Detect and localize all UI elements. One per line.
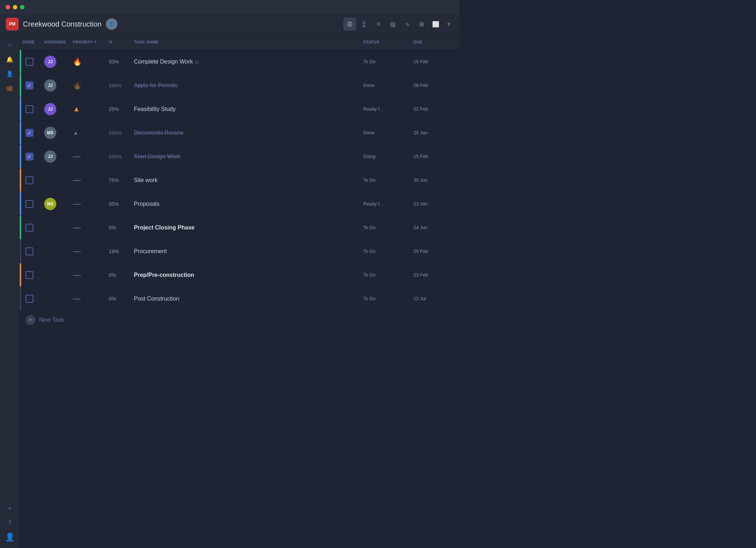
analytics-view-icon[interactable]: ∿ (401, 18, 414, 31)
task-name[interactable]: Procurement (134, 248, 363, 255)
sidebar-add-button[interactable]: + (3, 502, 16, 515)
table-row[interactable]: —19%ProcurementTo Do20 Feb (20, 240, 459, 263)
sidebar-help-button[interactable]: ? (3, 516, 16, 529)
assignee-avatar: JJ (44, 56, 56, 68)
table-row[interactable]: ✓JJ🔥100%Apply for PermitsDone06 Feb (20, 74, 459, 97)
status-cell: To Do (363, 177, 414, 183)
filter-view-icon[interactable]: ≡ (372, 18, 385, 31)
close-button[interactable] (6, 5, 10, 9)
percent-cell: 50% (109, 201, 134, 207)
checkbox-checkmark: ✓ (27, 83, 32, 88)
table-row[interactable]: JJ🔥50%Complete Design Work◇To Do16 Feb (20, 50, 459, 74)
table-row[interactable]: —0%Project Closing PhaseTo Do24 Jun (20, 216, 459, 240)
new-task-label: New Task (39, 317, 64, 323)
task-name[interactable]: Project Closing Phase (134, 224, 363, 231)
table-row[interactable]: MS—50%ProposalsReady f...23 Jan (20, 192, 459, 216)
status-cell: To Do (363, 272, 414, 278)
table-row[interactable]: —0%Post ConstructionTo Do12 Jul (20, 287, 459, 311)
task-checkbox[interactable] (25, 295, 33, 303)
list-view-icon[interactable]: ☰ (343, 18, 356, 31)
table-row[interactable]: ✓JJ—100%Start Design WorkDoing15 Feb (20, 145, 459, 168)
task-table: DONE ASSIGNEE PRIORITY ▼ % TASK NAME STA… (20, 34, 459, 329)
board-view-icon[interactable]: ⣿ (358, 18, 370, 31)
status-cell: To Do (363, 249, 414, 254)
task-checkbox[interactable]: ✓ (25, 129, 33, 137)
assignee-avatar: MS (44, 198, 56, 210)
due-cell: 12 Jul (414, 296, 457, 301)
row-accent (20, 216, 21, 239)
task-checkbox[interactable] (25, 105, 33, 113)
priority-cell: 🔥 (73, 81, 109, 90)
task-name[interactable]: Documents Review (134, 130, 363, 136)
add-view-button[interactable]: + (444, 20, 454, 28)
col-status: STATUS (363, 40, 414, 44)
assignee-avatar: JJ (44, 150, 56, 163)
percent-cell: 0% (109, 272, 134, 278)
sidebar-item-people[interactable]: 👤 (3, 67, 16, 80)
status-cell: Ready f... (363, 201, 414, 206)
sidebar-item-home[interactable]: ⌂ (3, 38, 16, 51)
task-name[interactable]: Site work (134, 177, 363, 184)
table-row[interactable]: —0%Prep/Pre-constructionTo Do23 Feb (20, 263, 459, 287)
row-accent (20, 192, 21, 215)
task-name[interactable]: Apply for Permits (134, 82, 363, 89)
task-checkbox[interactable] (25, 58, 33, 66)
sidebar-item-notifications[interactable]: 🔔 (3, 53, 16, 66)
priority-cell: 🔥 (73, 57, 109, 66)
main-content: DONE ASSIGNEE PRIORITY ▼ % TASK NAME STA… (20, 34, 459, 548)
doc-view-icon[interactable]: ⬜ (429, 18, 442, 31)
priority-cell: — (73, 294, 109, 303)
row-accent (20, 74, 21, 97)
percent-cell: 100% (109, 83, 134, 88)
priority-cell: — (73, 152, 109, 161)
percent-cell: 50% (109, 59, 134, 65)
add-task-button[interactable]: + (25, 315, 36, 325)
task-checkbox[interactable] (25, 271, 33, 279)
due-cell: 15 Feb (414, 154, 457, 159)
due-cell: 23 Feb (414, 272, 457, 278)
table-row[interactable]: JJ▲25%Feasibility StudyReady f...02 Feb (20, 97, 459, 121)
grid-view-icon[interactable]: ▤ (386, 18, 399, 31)
status-cell: Doing (363, 154, 414, 159)
new-task-row[interactable]: + New Task (20, 311, 459, 329)
row-accent (20, 240, 21, 263)
status-cell: Done (363, 83, 414, 88)
col-priority: PRIORITY ▼ (73, 40, 109, 44)
task-name[interactable]: Prep/Pre-construction (134, 272, 363, 278)
priority-cell: — (73, 270, 109, 280)
task-name[interactable]: Start Design Work (134, 153, 363, 160)
minimize-button[interactable] (13, 5, 17, 9)
task-name[interactable]: Post Construction (134, 296, 363, 302)
task-checkbox[interactable] (25, 224, 33, 232)
task-checkbox[interactable]: ✓ (25, 153, 33, 161)
col-percent: % (109, 40, 134, 44)
header-nav: ☰ ⣿ ≡ ▤ ∿ ⊞ ⬜ + (343, 18, 454, 31)
maximize-button[interactable] (20, 5, 24, 9)
sidebar-user-avatar[interactable]: 👤 (3, 531, 16, 544)
percent-cell: 19% (109, 249, 134, 254)
priority-cell: ▲ (73, 105, 109, 113)
due-cell: 25 Jan (414, 130, 457, 135)
task-checkbox[interactable]: ✓ (25, 82, 33, 89)
due-cell: 16 Feb (414, 59, 457, 64)
status-cell: To Do (363, 296, 414, 301)
table-row[interactable]: —75%Site workTo Do30 Jun (20, 168, 459, 192)
task-checkbox[interactable] (25, 247, 33, 255)
due-cell: 20 Feb (414, 249, 457, 254)
status-cell: Done (363, 130, 414, 135)
task-name[interactable]: Feasibility Study (134, 106, 363, 112)
percent-cell: 25% (109, 106, 134, 112)
task-checkbox[interactable] (25, 176, 33, 184)
project-title: Creekwood Construction (23, 20, 102, 28)
task-checkbox[interactable] (25, 200, 33, 208)
priority-sort-icon[interactable]: ▼ (94, 40, 97, 44)
row-accent (20, 287, 21, 310)
task-name[interactable]: Complete Design Work◇ (134, 59, 363, 65)
calendar-view-icon[interactable]: ⊞ (415, 18, 428, 31)
col-taskname: TASK NAME (134, 40, 363, 44)
due-cell: 30 Jun (414, 177, 457, 183)
table-row[interactable]: ✓MS▲100%Documents ReviewDone25 Jan (20, 121, 459, 145)
sidebar-item-work[interactable]: 💼 (3, 82, 16, 94)
task-name[interactable]: Proposals (134, 201, 363, 207)
row-accent (20, 145, 21, 168)
